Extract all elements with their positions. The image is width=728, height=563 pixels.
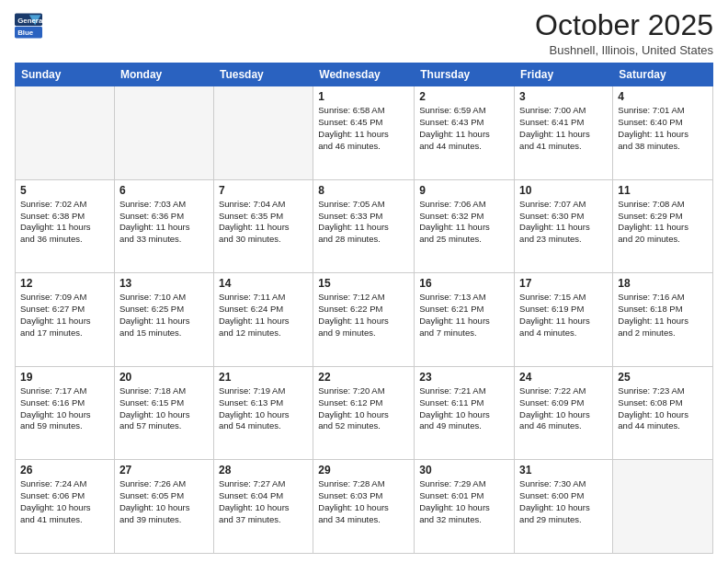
cell-info: Sunrise: 7:13 AMSunset: 6:21 PMDaylight:… bbox=[419, 292, 509, 339]
cell-info: Sunrise: 7:30 AMSunset: 6:00 PMDaylight:… bbox=[519, 478, 608, 525]
cell-info: Sunrise: 7:02 AMSunset: 6:38 PMDaylight:… bbox=[20, 199, 109, 246]
day-number: 3 bbox=[519, 90, 608, 103]
table-row: 11Sunrise: 7:08 AMSunset: 6:29 PMDayligh… bbox=[613, 179, 713, 273]
cell-info: Sunrise: 7:22 AMSunset: 6:09 PMDaylight:… bbox=[519, 385, 608, 432]
table-row: 15Sunrise: 7:12 AMSunset: 6:22 PMDayligh… bbox=[313, 273, 415, 367]
day-number: 18 bbox=[618, 277, 708, 290]
table-row: 24Sunrise: 7:22 AMSunset: 6:09 PMDayligh… bbox=[515, 366, 613, 460]
table-row: 31Sunrise: 7:30 AMSunset: 6:00 PMDayligh… bbox=[515, 460, 613, 554]
day-number: 19 bbox=[20, 371, 109, 384]
col-saturday: Saturday bbox=[613, 63, 713, 86]
location-subtitle: Bushnell, Illinois, United States bbox=[535, 43, 713, 57]
table-row: 30Sunrise: 7:29 AMSunset: 6:01 PMDayligh… bbox=[415, 460, 515, 554]
col-tuesday: Tuesday bbox=[213, 63, 313, 86]
cell-info: Sunrise: 7:01 AMSunset: 6:40 PMDaylight:… bbox=[618, 105, 708, 152]
calendar-week-row: 1Sunrise: 6:58 AMSunset: 6:45 PMDaylight… bbox=[16, 86, 713, 180]
table-row: 29Sunrise: 7:28 AMSunset: 6:03 PMDayligh… bbox=[313, 460, 415, 554]
table-row: 16Sunrise: 7:13 AMSunset: 6:21 PMDayligh… bbox=[415, 273, 515, 367]
table-row: 8Sunrise: 7:05 AMSunset: 6:33 PMDaylight… bbox=[313, 179, 415, 273]
day-number: 12 bbox=[20, 277, 109, 290]
cell-info: Sunrise: 7:26 AMSunset: 6:05 PMDaylight:… bbox=[119, 478, 209, 525]
table-row: 19Sunrise: 7:17 AMSunset: 6:16 PMDayligh… bbox=[16, 366, 115, 460]
day-number: 25 bbox=[618, 371, 708, 384]
svg-text:Blue: Blue bbox=[17, 29, 34, 37]
day-number: 31 bbox=[519, 464, 608, 477]
day-number: 24 bbox=[519, 371, 608, 384]
table-row: 9Sunrise: 7:06 AMSunset: 6:32 PMDaylight… bbox=[415, 179, 515, 273]
table-row: 17Sunrise: 7:15 AMSunset: 6:19 PMDayligh… bbox=[515, 273, 613, 367]
cell-info: Sunrise: 7:03 AMSunset: 6:36 PMDaylight:… bbox=[119, 199, 209, 246]
calendar-week-row: 19Sunrise: 7:17 AMSunset: 6:16 PMDayligh… bbox=[16, 366, 713, 460]
day-number: 13 bbox=[119, 277, 209, 290]
table-row bbox=[213, 86, 313, 180]
table-row: 22Sunrise: 7:20 AMSunset: 6:12 PMDayligh… bbox=[313, 366, 415, 460]
calendar-week-row: 12Sunrise: 7:09 AMSunset: 6:27 PMDayligh… bbox=[16, 273, 713, 367]
table-row: 21Sunrise: 7:19 AMSunset: 6:13 PMDayligh… bbox=[213, 366, 313, 460]
cell-info: Sunrise: 7:08 AMSunset: 6:29 PMDaylight:… bbox=[618, 199, 708, 246]
col-wednesday: Wednesday bbox=[313, 63, 415, 86]
calendar-week-row: 26Sunrise: 7:24 AMSunset: 6:06 PMDayligh… bbox=[16, 460, 713, 554]
cell-info: Sunrise: 6:59 AMSunset: 6:43 PMDaylight:… bbox=[419, 105, 509, 152]
table-row bbox=[613, 460, 713, 554]
table-row bbox=[114, 86, 213, 180]
page: General Blue October 2025 Bushnell, Illi… bbox=[0, 0, 728, 563]
day-number: 26 bbox=[20, 464, 109, 477]
table-row: 27Sunrise: 7:26 AMSunset: 6:05 PMDayligh… bbox=[114, 460, 213, 554]
table-row: 4Sunrise: 7:01 AMSunset: 6:40 PMDaylight… bbox=[613, 86, 713, 180]
col-thursday: Thursday bbox=[415, 63, 515, 86]
table-row: 10Sunrise: 7:07 AMSunset: 6:30 PMDayligh… bbox=[515, 179, 613, 273]
day-number: 5 bbox=[20, 184, 109, 197]
day-number: 16 bbox=[419, 277, 509, 290]
cell-info: Sunrise: 7:27 AMSunset: 6:04 PMDaylight:… bbox=[219, 478, 308, 525]
day-number: 28 bbox=[219, 464, 308, 477]
cell-info: Sunrise: 7:15 AMSunset: 6:19 PMDaylight:… bbox=[519, 292, 608, 339]
day-number: 30 bbox=[419, 464, 509, 477]
cell-info: Sunrise: 7:05 AMSunset: 6:33 PMDaylight:… bbox=[318, 199, 409, 246]
logo-icon: General Blue bbox=[15, 13, 42, 39]
cell-info: Sunrise: 7:17 AMSunset: 6:16 PMDaylight:… bbox=[20, 385, 109, 432]
title-section: October 2025 Bushnell, Illinois, United … bbox=[535, 9, 713, 57]
day-number: 23 bbox=[419, 371, 509, 384]
cell-info: Sunrise: 7:16 AMSunset: 6:18 PMDaylight:… bbox=[618, 292, 708, 339]
day-number: 4 bbox=[618, 90, 708, 103]
table-row: 12Sunrise: 7:09 AMSunset: 6:27 PMDayligh… bbox=[16, 273, 115, 367]
cell-info: Sunrise: 7:00 AMSunset: 6:41 PMDaylight:… bbox=[519, 105, 608, 152]
table-row: 18Sunrise: 7:16 AMSunset: 6:18 PMDayligh… bbox=[613, 273, 713, 367]
cell-info: Sunrise: 7:20 AMSunset: 6:12 PMDaylight:… bbox=[318, 385, 409, 432]
table-row: 13Sunrise: 7:10 AMSunset: 6:25 PMDayligh… bbox=[114, 273, 213, 367]
day-number: 7 bbox=[219, 184, 308, 197]
table-row: 28Sunrise: 7:27 AMSunset: 6:04 PMDayligh… bbox=[213, 460, 313, 554]
day-number: 6 bbox=[119, 184, 209, 197]
calendar-week-row: 5Sunrise: 7:02 AMSunset: 6:38 PMDaylight… bbox=[16, 179, 713, 273]
table-row: 2Sunrise: 6:59 AMSunset: 6:43 PMDaylight… bbox=[415, 86, 515, 180]
day-number: 22 bbox=[318, 371, 409, 384]
table-row: 25Sunrise: 7:23 AMSunset: 6:08 PMDayligh… bbox=[613, 366, 713, 460]
day-number: 29 bbox=[318, 464, 409, 477]
table-row: 7Sunrise: 7:04 AMSunset: 6:35 PMDaylight… bbox=[213, 179, 313, 273]
svg-text:General: General bbox=[17, 17, 42, 25]
col-monday: Monday bbox=[114, 63, 213, 86]
table-row: 3Sunrise: 7:00 AMSunset: 6:41 PMDaylight… bbox=[515, 86, 613, 180]
cell-info: Sunrise: 7:07 AMSunset: 6:30 PMDaylight:… bbox=[519, 199, 608, 246]
day-number: 14 bbox=[219, 277, 308, 290]
logo: General Blue bbox=[15, 13, 42, 39]
cell-info: Sunrise: 7:29 AMSunset: 6:01 PMDaylight:… bbox=[419, 478, 509, 525]
cell-info: Sunrise: 6:58 AMSunset: 6:45 PMDaylight:… bbox=[318, 105, 409, 152]
calendar-table: Sunday Monday Tuesday Wednesday Thursday… bbox=[15, 63, 713, 554]
col-sunday: Sunday bbox=[16, 63, 115, 86]
cell-info: Sunrise: 7:10 AMSunset: 6:25 PMDaylight:… bbox=[119, 292, 209, 339]
cell-info: Sunrise: 7:24 AMSunset: 6:06 PMDaylight:… bbox=[20, 478, 109, 525]
header: General Blue October 2025 Bushnell, Illi… bbox=[15, 9, 713, 57]
table-row: 26Sunrise: 7:24 AMSunset: 6:06 PMDayligh… bbox=[16, 460, 115, 554]
day-number: 2 bbox=[419, 90, 509, 103]
day-number: 15 bbox=[318, 277, 409, 290]
day-number: 1 bbox=[318, 90, 409, 103]
day-number: 10 bbox=[519, 184, 608, 197]
day-number: 9 bbox=[419, 184, 509, 197]
day-number: 27 bbox=[119, 464, 209, 477]
cell-info: Sunrise: 7:04 AMSunset: 6:35 PMDaylight:… bbox=[219, 199, 308, 246]
table-row: 23Sunrise: 7:21 AMSunset: 6:11 PMDayligh… bbox=[415, 366, 515, 460]
cell-info: Sunrise: 7:21 AMSunset: 6:11 PMDaylight:… bbox=[419, 385, 509, 432]
month-title: October 2025 bbox=[535, 9, 713, 41]
table-row: 6Sunrise: 7:03 AMSunset: 6:36 PMDaylight… bbox=[114, 179, 213, 273]
